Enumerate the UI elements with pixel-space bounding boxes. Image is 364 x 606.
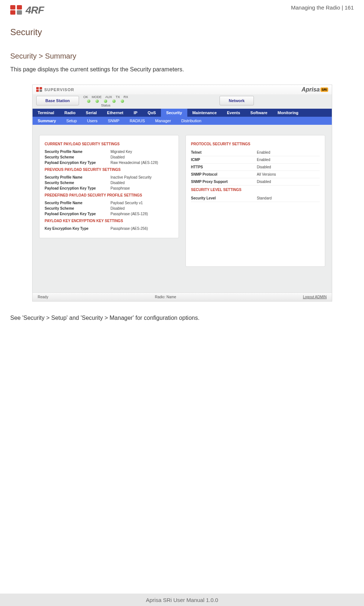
status-leds: OK MODE AUX TX RX Status	[83, 95, 128, 107]
setting-label: Security Profile Name	[45, 175, 110, 179]
setting-label: Telnet	[191, 150, 257, 154]
setting-row: Security SchemeDisabled	[45, 180, 173, 186]
outro-text: See 'Security > Setup' and 'Security > M…	[10, 315, 354, 321]
setting-value: Disabled	[257, 165, 271, 169]
brand-text: 4RF	[26, 4, 44, 16]
setting-row: Payload Encryption Key TypePassphrase	[45, 186, 173, 191]
led-ok-icon	[87, 100, 90, 103]
setting-row: SNMP Proxy SupportDisabled	[191, 178, 320, 186]
setting-label: Security Scheme	[45, 155, 110, 159]
setting-row: SNMP ProtocolAll Versions	[191, 171, 320, 178]
group-title: CURRENT PAYLOAD SECURITY SETTINGS	[45, 142, 173, 146]
subtab-snmp[interactable]: SNMP	[103, 117, 125, 125]
subtab-distribution[interactable]: Distribution	[176, 117, 206, 125]
tab-maintenance[interactable]: Maintenance	[187, 109, 222, 117]
section-title: Security > Summary	[10, 52, 354, 60]
setting-value: Enabled	[257, 150, 270, 154]
tab-qos[interactable]: QoS	[143, 109, 161, 117]
setting-row: Security Profile NameMigrated Key	[45, 149, 173, 154]
page-title: Security	[10, 27, 354, 37]
tab-ip[interactable]: IP	[128, 109, 142, 117]
subtab-summary[interactable]: Summary	[33, 117, 61, 125]
setting-value: Disabled	[257, 180, 271, 184]
app-titlebar: SUPERVISOR Aprisa SRi	[33, 85, 332, 94]
tab-software[interactable]: Software	[245, 109, 272, 117]
led-tx-icon	[112, 100, 116, 103]
doc-footer: Aprisa SRi User Manual 1.0.0	[0, 594, 364, 606]
setting-value: Passphrase	[110, 186, 130, 190]
setting-value: Disabled	[110, 206, 125, 210]
supervisor-logo: SUPERVISOR	[36, 87, 74, 92]
app-screenshot: SUPERVISOR Aprisa SRi Base Station OK MO…	[32, 85, 332, 302]
brand-logo: 4RF	[10, 4, 44, 16]
setting-label: Security Profile Name	[45, 201, 110, 205]
setting-row: HTTPSDisabled	[191, 164, 320, 171]
brand-icon	[10, 5, 23, 15]
tab-terminal[interactable]: Terminal	[33, 109, 59, 117]
tab-radio[interactable]: Radio	[59, 109, 81, 117]
setting-label: Security Level	[191, 196, 257, 200]
setting-label: SNMP Proxy Support	[191, 180, 257, 184]
status-radio: Radio: Name	[48, 295, 283, 299]
supervisor-icon	[36, 87, 43, 92]
setting-value: Disabled	[110, 155, 125, 159]
setting-row: Security SchemeDisabled	[45, 206, 173, 211]
led-aux-icon	[104, 100, 107, 103]
group-title: PREDEFINED PAYLOAD SECURITY PROFILE SETT…	[45, 193, 173, 197]
right-panel: PROTOCOL SECURITY SETTINGSTelnetEnabledI…	[185, 135, 325, 267]
status-ready: Ready	[38, 295, 48, 299]
setting-value: All Versions	[257, 172, 276, 176]
subtab-radius[interactable]: RADIUS	[124, 117, 150, 125]
primary-nav: TerminalRadioSerialEthernetIPQoSSecurity…	[33, 109, 332, 117]
network-box[interactable]: Network	[219, 96, 254, 105]
setting-value: Passphrase (AES-256)	[110, 227, 148, 231]
setting-row: Security Profile NameInactive Payload Se…	[45, 175, 173, 180]
setting-row: Payload Encryption Key TypeRaw Hexadecim…	[45, 160, 173, 165]
setting-value: Inactive Payload Security	[110, 175, 151, 179]
left-panel: CURRENT PAYLOAD SECURITY SETTINGSSecurit…	[39, 135, 179, 238]
setting-value: Standard	[257, 196, 272, 200]
product-name: Aprisa SRi	[301, 86, 328, 93]
supervisor-text: SUPERVISOR	[44, 87, 74, 92]
page-header-right: Managing the Radio | 161	[291, 4, 354, 11]
subtab-users[interactable]: Users	[82, 117, 103, 125]
led-mode-icon	[95, 100, 99, 103]
station-box[interactable]: Base Station	[36, 96, 79, 105]
tab-serial[interactable]: Serial	[81, 109, 102, 117]
setting-label: Payload Encryption Key Type	[45, 161, 110, 165]
app-footer: Ready Radio: Name Logout ADMIN	[33, 292, 332, 301]
tab-events[interactable]: Events	[222, 109, 245, 117]
tab-monitoring[interactable]: Monitoring	[273, 109, 304, 117]
content-panels: CURRENT PAYLOAD SECURITY SETTINGSSecurit…	[33, 125, 332, 292]
logout-link[interactable]: Logout ADMIN	[283, 295, 327, 299]
group-title: PROTOCOL SECURITY SETTINGS	[191, 142, 320, 146]
subtab-setup[interactable]: Setup	[61, 117, 82, 125]
setting-row: Security LevelStandard	[191, 195, 320, 202]
setting-row: Key Encryption Key TypePassphrase (AES-2…	[45, 226, 173, 231]
setting-label: Payload Encryption Key Type	[45, 186, 110, 190]
setting-label: Payload Encryption Key Type	[45, 212, 110, 216]
tab-security[interactable]: Security	[161, 109, 187, 117]
setting-label: Security Profile Name	[45, 150, 110, 154]
setting-row: Security SchemeDisabled	[45, 154, 173, 160]
product-badge: SRi	[320, 87, 328, 92]
status-row: Base Station OK MODE AUX TX RX Status	[33, 94, 332, 109]
setting-label: Key Encryption Key Type	[45, 227, 110, 231]
setting-row: TelnetEnabled	[191, 149, 320, 156]
setting-row: Security Profile NamePayload Security v1	[45, 200, 173, 206]
setting-value: Enabled	[257, 158, 270, 162]
setting-label: SNMP Protocol	[191, 172, 257, 176]
subtab-manager[interactable]: Manager	[150, 117, 176, 125]
setting-value: Disabled	[110, 181, 125, 185]
led-rx-icon	[121, 100, 124, 103]
setting-label: ICMP	[191, 158, 257, 162]
group-title: PREVIOUS PAYLOAD SECURITY SETTINGS	[45, 168, 173, 172]
setting-label: Security Scheme	[45, 206, 110, 210]
setting-value: Passphrase (AES-128)	[110, 212, 148, 216]
group-title: PAYLOAD KEY ENCRYPTION KEY SETTINGS	[45, 219, 173, 223]
tab-ethernet[interactable]: Ethernet	[102, 109, 129, 117]
setting-label: Security Scheme	[45, 181, 110, 185]
group-title: SECURITY LEVEL SETTINGS	[191, 188, 320, 192]
setting-value: Raw Hexadecimal (AES-128)	[110, 161, 158, 165]
secondary-nav: SummarySetupUsersSNMPRADIUSManagerDistri…	[33, 117, 332, 125]
